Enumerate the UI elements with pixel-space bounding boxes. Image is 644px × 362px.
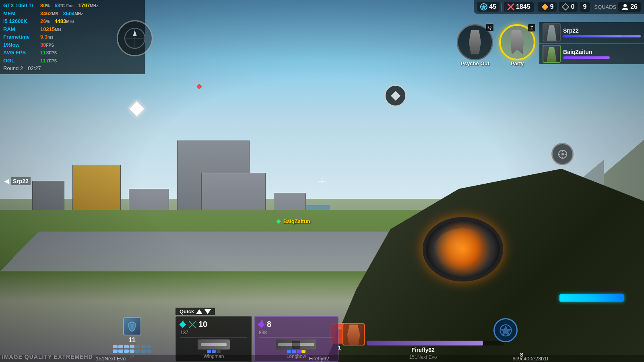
ws1-divider (180, 337, 247, 338)
ws1-ammo-svg (188, 321, 196, 329)
ability-ring: Q Psyche Out Z Party (457, 24, 535, 66)
player-bars (367, 341, 504, 345)
ws2-reserve: 838 (259, 330, 334, 335)
team-avatar-2 (543, 45, 561, 63)
kills-icon (507, 3, 514, 10)
ws2-ammo-row: 8 (259, 320, 334, 329)
ws1-attachments (207, 350, 221, 353)
ally-dot (276, 219, 281, 224)
armor-shields (113, 345, 151, 348)
team-info-1: Srp22 (563, 27, 641, 37)
shield-pip-1 (113, 345, 118, 348)
nav-ring (117, 20, 153, 56)
gpu-temp-value: 63°C Exc (54, 2, 73, 10)
ws1-attach-1 (207, 350, 211, 353)
ws1-ammo-type-icon (180, 321, 186, 328)
ws2-attach-4 (301, 350, 305, 353)
material2-stat: 0 (559, 2, 578, 12)
nav-indicator (117, 20, 153, 56)
ram-label: RAM (3, 25, 35, 33)
left-teammate-indicator: ◀ Srp22 (4, 177, 31, 185)
gpu-clock-value: 1797MHz (78, 2, 98, 10)
svg-marker-9 (562, 4, 569, 10)
gpu-temp-unit: °C (60, 4, 65, 8)
shield-pip-9 (118, 350, 123, 353)
svg-point-10 (623, 4, 627, 7)
nav-ring-svg (123, 26, 147, 50)
quick-header: Quick (175, 308, 215, 315)
svg-marker-3 (133, 30, 137, 36)
bottom-name-3: 6c9c400e23b1f (512, 356, 548, 362)
svg-marker-8 (542, 4, 548, 10)
material1-stat: 9 (538, 2, 557, 12)
ability-panel: Q Psyche Out Z Party (457, 24, 535, 66)
team-panel: Srp22 BaiqZaitun (539, 22, 644, 65)
weapon-section: Quick 1 10 (175, 308, 339, 362)
ult-icon (499, 323, 513, 337)
cpu-label: i5 12600K (3, 17, 35, 25)
players-value: 26 (630, 3, 638, 10)
shield-pip-10 (124, 350, 129, 353)
fps-1low-value: 30FPS (40, 41, 54, 49)
ability-psycheout-container: Q Psyche Out (457, 24, 493, 66)
ability-icons-row: Q Psyche Out Z Party (457, 24, 535, 66)
svg-point-13 (561, 153, 564, 155)
ability-psycheout-icon[interactable]: Q (457, 24, 493, 60)
shield-pip-13 (141, 350, 146, 353)
ability-psycheout-key: Q (486, 23, 494, 31)
mem-label: MEM (3, 10, 35, 18)
nav-circle-inner[interactable] (384, 85, 407, 107)
ability-party-container: Z Party (499, 24, 535, 66)
hud-divider-1 (502, 3, 502, 11)
ally-nametag: BaiqZaitun (277, 218, 310, 224)
team-health-2 (563, 56, 641, 59)
kills-stat: 1845 (504, 2, 534, 12)
avg-fps-value: 113FPS (40, 49, 57, 57)
cpu-usage-value: 26% (40, 17, 50, 25)
ws1-ammo: 10 (198, 320, 207, 329)
hud-divider-2 (536, 3, 536, 11)
shield-pip-5 (135, 345, 140, 348)
nav-small-circle (384, 85, 407, 107)
ability-psycheout-label: Psyche Out (457, 60, 493, 66)
svg-marker-5 (481, 4, 487, 10)
player-name-display: Firefly62 (411, 347, 435, 353)
left-teammate-name: Srp22 (11, 177, 31, 185)
team-info-2: BaiqZaitun (563, 49, 641, 59)
shield-pip-3 (124, 345, 129, 348)
gpu-usage-value: 80% (40, 2, 50, 10)
team-avatar-1 (543, 23, 561, 41)
ws2-attachments (287, 350, 305, 353)
ult-slot[interactable] (493, 318, 518, 342)
avg-fps-label: AVG FPS (3, 49, 35, 57)
avatar-figure-2 (546, 47, 558, 62)
team-health-1 (563, 35, 641, 37)
weapon-scope (423, 217, 503, 281)
ctrl-circle[interactable] (551, 143, 574, 165)
ws1-attach-3 (217, 350, 221, 353)
material2-icon (562, 3, 569, 10)
ws2-attach-1 (287, 350, 291, 353)
material3-value: 9 (583, 3, 586, 10)
cpu-clock-value: 4483MHz (54, 17, 74, 25)
mem-used-value: 3462MB (40, 10, 58, 18)
ogl-value: 117FPS (40, 57, 57, 65)
player-health-bar (367, 341, 504, 345)
fps-1low-label: 1%low (3, 41, 35, 49)
ws2-ammo: 8 (267, 320, 271, 329)
left-arrow-icon: ◀ (4, 177, 9, 185)
avatar-figure-1 (546, 25, 558, 41)
ability-party-icon[interactable]: Z (499, 24, 535, 60)
kills-value: 1845 (516, 3, 530, 10)
quick-label: Quick (180, 308, 194, 314)
waypoint-dot (196, 84, 202, 89)
ws2-divider (259, 337, 334, 338)
points-value: 45 (489, 3, 496, 10)
bottom-name-2: Firefly62 (309, 356, 329, 362)
team-member-2: BaiqZaitun (539, 43, 644, 64)
player-figure (346, 325, 362, 345)
material1-value: 9 (550, 3, 554, 10)
player-portrait-row (343, 323, 504, 345)
round-timer: 02:27 (28, 64, 41, 72)
gpu-label: GTX 1050 Ti (3, 2, 35, 10)
